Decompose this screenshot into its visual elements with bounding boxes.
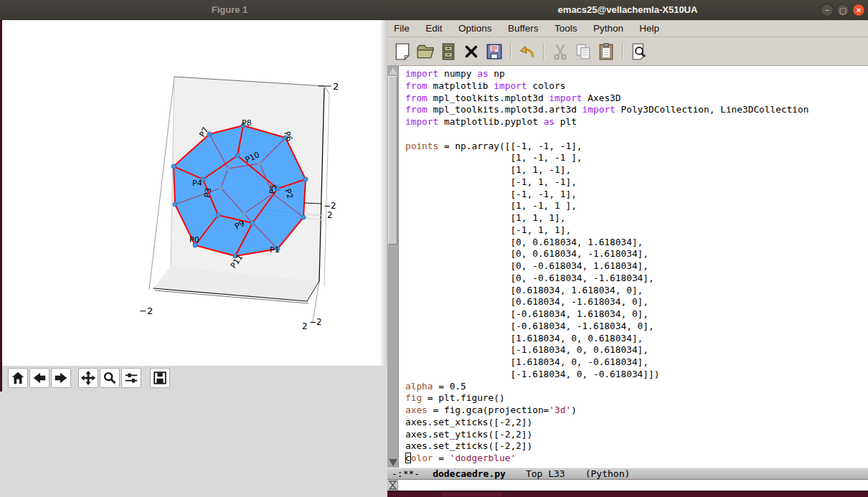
code-line: [1.618034, 0, -0.618034], — [405, 356, 808, 369]
emacs-window: − ▢ × emacs25@vellachemla-X510UA File Ed… — [387, 0, 868, 497]
search-icon[interactable] — [630, 42, 648, 61]
background-window-text-smudge — [441, 493, 502, 496]
background-window-strip — [387, 491, 868, 497]
save-floppy-icon[interactable] — [485, 42, 504, 61]
menu-options[interactable]: Options — [452, 20, 499, 37]
scrollbar-up-arrow-icon[interactable] — [389, 67, 397, 75]
hourglass-icon — [387, 480, 398, 491]
emacs-scrollbar[interactable] — [387, 66, 399, 468]
code-line: [0, -0.618034, 1.618034], — [405, 260, 808, 273]
dodecahedron-3d-plot: 2−22−22−2 P0P1P2P3P4P5P6P7P8P9P10P11 — [0, 20, 387, 366]
magnifier-icon — [102, 370, 118, 386]
floppy-icon — [152, 370, 168, 386]
code-line — [405, 128, 808, 141]
toolbar-separator — [622, 43, 623, 60]
paste-icon[interactable] — [597, 42, 615, 61]
code-line: points = np.array([[-1, -1, -1], — [405, 141, 808, 153]
menu-help[interactable]: Help — [633, 20, 666, 37]
new-file-icon[interactable] — [393, 42, 412, 61]
modeline-mode: (Python) — [585, 468, 631, 479]
code-line: fig = plt.figure() — [405, 392, 808, 404]
emacs-minibuffer[interactable] — [387, 480, 868, 491]
arrow-right-icon — [53, 370, 69, 386]
code-line: axes = fig.gca(projection='3d') — [405, 404, 808, 417]
code-line: [1, 1, 1], — [405, 212, 808, 224]
sliders-icon — [123, 370, 139, 386]
code-line: [-0.618034, 1.618034, 0], — [405, 308, 808, 321]
configure-subplots-button[interactable] — [121, 368, 141, 388]
code-text: import numpy as npfrom matplotlib import… — [405, 68, 808, 465]
code-line: [-1.618034, 0, -0.618034]]) — [405, 369, 808, 381]
code-line: axes.set_yticks([-2,2]) — [405, 429, 808, 441]
axis-tick-label: 2 — [333, 81, 339, 92]
vertex-label-P5: P5 — [268, 184, 278, 195]
vertex-label-P3: P3 — [202, 187, 213, 199]
back-button[interactable] — [29, 368, 49, 388]
home-icon — [10, 370, 26, 386]
matplotlib-toolbar — [2, 366, 387, 392]
code-line: [1, -1, 1 ], — [405, 200, 808, 212]
emacs-title: emacs25@vellachemla-X510UA — [387, 0, 868, 20]
emacs-modeline: -:**- dodecaedre.py Top L33 (Python) — [387, 468, 868, 480]
code-line: [-1, 1, -1], — [405, 176, 808, 189]
forward-button[interactable] — [51, 368, 71, 388]
code-line: [-1.618034, 0, 0.618034], — [405, 344, 808, 356]
code-line: alpha = 0.5 — [405, 381, 808, 393]
zoom-button[interactable] — [100, 368, 120, 388]
vertex-label-P1: P1 — [270, 245, 280, 255]
code-line: [0, 0.618034, -1.618034], — [405, 248, 808, 260]
axis-tick-label: 2 — [327, 210, 333, 220]
emacs-menubar: File Edit Options Buffers Tools Python H… — [387, 20, 868, 37]
open-folder-icon[interactable] — [416, 42, 435, 61]
save-figure-button[interactable] — [150, 368, 170, 388]
vertex-label-P8: P8 — [242, 118, 252, 128]
code-line: [0.618034, -1.618034, 0], — [405, 296, 808, 308]
save-as-cabinet-icon[interactable] — [439, 42, 458, 61]
axis-tick-label: −2 — [309, 317, 322, 327]
emacs-code-buffer[interactable]: import numpy as npfrom matplotlib import… — [387, 66, 868, 468]
menu-edit[interactable]: Edit — [419, 20, 448, 37]
code-line: import numpy as np — [405, 68, 808, 80]
scrollbar-down-arrow-icon[interactable] — [389, 459, 397, 466]
menu-buffers[interactable]: Buffers — [501, 20, 545, 37]
menu-tools[interactable]: Tools — [548, 20, 584, 37]
vertex-label-P0: P0 — [189, 235, 199, 245]
minibuffer-scrollbar — [387, 480, 398, 491]
axis-tick-label: −2 — [139, 306, 153, 316]
menu-python[interactable]: Python — [587, 20, 630, 37]
modeline-position: Top L33 — [526, 468, 565, 479]
code-line: [0.618034, 1.618034, 0], — [405, 285, 808, 297]
move-icon — [80, 370, 96, 386]
code-line: [1, -1, -1 ], — [405, 152, 808, 164]
code-line: [-1, 1, 1], — [405, 224, 808, 237]
close-buffer-icon[interactable] — [462, 42, 481, 61]
code-line: [1, 1, -1], — [405, 164, 808, 176]
scrollbar-thumb[interactable] — [388, 76, 397, 245]
menu-file[interactable]: File — [387, 20, 416, 37]
copy-icon[interactable] — [574, 42, 593, 61]
toolbar-separator — [543, 43, 544, 60]
pan-button[interactable] — [78, 368, 98, 388]
vertex-label-P4: P4 — [192, 179, 202, 188]
undo-icon[interactable] — [518, 42, 537, 61]
code-line: from mpl_toolkits.mplot3d.art3d import P… — [405, 104, 808, 116]
code-line: color = 'dodgerblue' — [405, 453, 808, 465]
home-button[interactable] — [8, 368, 28, 388]
code-line: axes.set_zticks([-2,2]) — [405, 440, 808, 453]
code-line: [-0.618034, -1.618034, 0], — [405, 321, 808, 333]
modeline-flags: -:**- — [392, 468, 420, 479]
axis-tick-label: −2 — [324, 201, 336, 211]
emacs-toolbar — [387, 37, 868, 66]
code-line: axes.set_xticks([-2,2]) — [405, 417, 808, 429]
code-line: [0, 0.618034, 1.618034], — [405, 237, 808, 249]
figure-window-lower-area — [0, 392, 387, 497]
code-line: [1.618034, 0, 0.618034], — [405, 333, 808, 345]
cut-icon[interactable] — [551, 42, 570, 61]
code-line: [0, -0.618034, -1.618034], — [405, 273, 808, 285]
modeline-buffer: dodecaedre.py — [433, 468, 506, 479]
arrow-left-icon — [32, 370, 47, 386]
code-line: from mpl_toolkits.mplot3d import Axes3D — [405, 93, 808, 105]
code-line: [-1, -1, 1], — [405, 189, 808, 201]
code-line: from matplotlib import colors — [405, 80, 808, 93]
axis-tick-label: 2 — [302, 321, 308, 331]
